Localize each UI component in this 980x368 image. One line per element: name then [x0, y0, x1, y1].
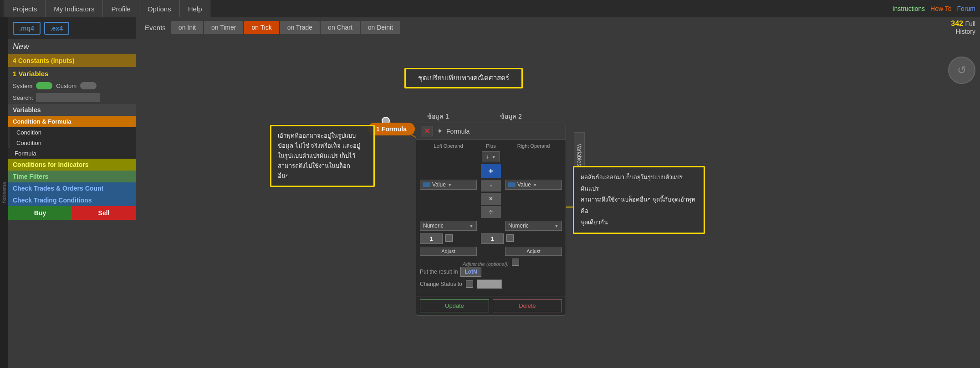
tab-on-timer[interactable]: on Timer [204, 21, 243, 34]
number-row [420, 233, 562, 244]
left-value-arrow: ▼ [448, 182, 452, 187]
tab-on-trade[interactable]: on Trade [280, 21, 320, 34]
change-status-checkbox[interactable] [466, 280, 473, 288]
formula-node-label: Formula [382, 125, 407, 133]
dialog-footer: Update Delete [416, 296, 566, 315]
dialog-headers-row: Left Operand Plus Right Operand [420, 143, 562, 149]
plus-sign: + [486, 153, 490, 161]
right-numeric-select[interactable]: Numeric ▼ [505, 221, 562, 231]
tab-on-init[interactable]: on Init [171, 21, 203, 34]
left-flag-icon [423, 182, 430, 187]
change-status-row: Change Status to [420, 280, 562, 289]
formula-dialog-header: ✕ ✦ Formula Variables [416, 123, 566, 140]
right-numeric-arrow: ▼ [554, 223, 559, 228]
adjust-optional-text: Adjust the (optional): [420, 259, 562, 267]
adjust-row: Adjust Adjust [420, 247, 562, 256]
plus-arrow: ▼ [491, 155, 496, 160]
left-value-select[interactable]: Value ▼ [420, 180, 477, 190]
search-row: Search: [8, 91, 136, 104]
sidebar-toggles: System Custom [8, 80, 136, 91]
custom-label: Custom [56, 83, 77, 89]
right-checkbox[interactable] [506, 234, 514, 244]
menu-bar: Projects My Indicators Profile Options H… [0, 0, 980, 17]
dialog-close-button[interactable]: ✕ [421, 126, 433, 136]
sidebar-condition1[interactable]: Condition [8, 127, 136, 138]
status-color-box[interactable] [477, 280, 502, 289]
sidebar-sell[interactable]: Sell [72, 206, 136, 220]
formula-node[interactable]: 1 Formula [368, 123, 415, 135]
menu-options[interactable]: Options [139, 0, 180, 17]
tab-on-tick[interactable]: on Tick [244, 21, 279, 34]
menu-my-indicators[interactable]: My Indicators [46, 0, 103, 17]
canvas-content: ชุดเปรียบเทียบทางคณิตศาสตร์ ข้อมูล 1 ข้อ… [136, 34, 980, 368]
menu-right-links: Instructions How To Forum [893, 0, 975, 17]
menu-profile[interactable]: Profile [103, 0, 139, 17]
right-value-select[interactable]: Value ▼ [505, 180, 562, 190]
divide-calc-button[interactable]: ÷ [481, 206, 501, 218]
sidebar-condition-formula[interactable]: Condition & Formula [8, 116, 136, 127]
sidebar: .mq4 .ex4 New 4 Constants (Inputs) 1 Var… [8, 17, 136, 368]
dialog-title: Formula [446, 128, 470, 135]
line-count: 342 [951, 20, 963, 27]
full-label: Full [965, 20, 975, 27]
annotation-left: เอ้าพุทที่ออกมาจะอยู่ในรูปแบบ ข้อมูล ไม่… [270, 125, 375, 187]
events-bar: Events on Init on Timer on Tick on Trade… [136, 17, 980, 34]
annotation-top: ชุดเปรียบเทียบทางคณิตศาสตร์ [404, 68, 523, 88]
forum-link[interactable]: Forum [957, 5, 975, 12]
mq4-button[interactable]: .mq4 [13, 22, 41, 35]
howto-link[interactable]: How To [930, 5, 951, 12]
instructions-link[interactable]: Instructions [893, 5, 925, 12]
right-number-input[interactable] [481, 233, 504, 244]
left-adjust-button[interactable]: Adjust [420, 247, 477, 256]
main-layout: .mq4 .ex4 New 4 Constants (Inputs) 1 Var… [0, 17, 980, 368]
left-value-label: Value [432, 181, 446, 188]
sidebar-formula[interactable]: Formula [8, 148, 136, 159]
annotation-top-text: ชุดเปรียบเทียบทางคณิตศาสตร์ [418, 74, 509, 82]
numeric-row: Numeric ▼ Numeric ▼ [420, 221, 562, 231]
left-numeric-select[interactable]: Numeric ▼ [420, 221, 477, 231]
sidebar-constants[interactable]: 4 Constants (Inputs) [8, 54, 136, 67]
sidebar-buysell: Buy Sell [8, 206, 136, 220]
minus-calc-button[interactable]: - [481, 180, 501, 192]
fx-label: fxdreema [0, 17, 8, 368]
operator-buttons: + ▼ + - × ÷ [480, 151, 502, 218]
system-toggle[interactable] [36, 82, 52, 89]
result-variable[interactable]: LotN [460, 267, 481, 277]
new-label: New [8, 39, 136, 54]
sidebar-conditions-indicators[interactable]: Conditions for Indicators [8, 159, 136, 171]
custom-toggle[interactable] [80, 82, 97, 89]
sidebar-variables[interactable]: 1 Variables [8, 67, 136, 80]
tab-on-deinit[interactable]: on Deinit [361, 21, 400, 34]
plus-calc-button[interactable]: + [481, 164, 501, 178]
annotation-left-text: เอ้าพุทที่ออกมาจะอยู่ในรูปแบบ ข้อมูล ไม่… [278, 132, 360, 179]
left-operand-header: Left Operand [420, 143, 477, 149]
canvas-area: 342 Full History Events on Init on Timer… [136, 17, 980, 368]
plus-dropdown[interactable]: + ▼ [482, 151, 500, 162]
sidebar-check-trading[interactable]: Check Trading Conditions [8, 194, 136, 206]
ex4-button[interactable]: .ex4 [44, 22, 69, 35]
multiply-calc-button[interactable]: × [481, 193, 501, 205]
sidebar-condition2[interactable]: Condition [8, 138, 136, 148]
file-buttons-area: .mq4 .ex4 [8, 17, 136, 39]
formula-dialog: ✕ ✦ Formula Variables Left Operand Plus … [416, 123, 566, 316]
annotation-right-text: ผลลัพธ์จะออกมาเก็บอยู่ในรูปแบบตัวแปรผันแ… [581, 174, 695, 226]
left-number-input[interactable] [420, 233, 443, 244]
right-adjust-button[interactable]: Adjust [505, 247, 562, 256]
left-numeric-label: Numeric [423, 223, 444, 229]
change-status-label: Change Status to [420, 281, 462, 287]
menu-help[interactable]: Help [180, 0, 211, 17]
value-row: Value ▼ + ▼ + - × ÷ [420, 151, 562, 218]
sidebar-check-trades[interactable]: Check Trades & Orders Count [8, 182, 136, 194]
right-value-label: Value [517, 181, 531, 188]
sidebar-section-variables: Variables [8, 104, 136, 116]
update-button[interactable]: Update [420, 299, 489, 312]
menu-projects[interactable]: Projects [4, 0, 46, 17]
sidebar-buy[interactable]: Buy [8, 206, 72, 220]
tab-on-chart[interactable]: on Chart [321, 21, 360, 34]
left-checkbox[interactable] [445, 234, 453, 244]
system-label: System [13, 83, 32, 89]
right-panel-icon[interactable]: ↺ [948, 57, 975, 84]
delete-button[interactable]: Delete [493, 299, 562, 312]
sidebar-time-filters[interactable]: Time Filters [8, 171, 136, 182]
search-input[interactable] [36, 93, 100, 102]
